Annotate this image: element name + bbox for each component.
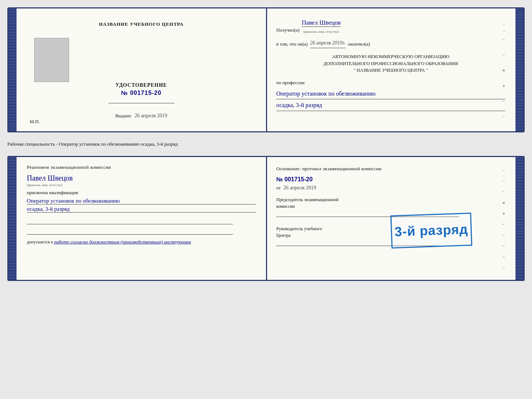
razryad-hw-top: осадка, 3-й разряд (276, 100, 505, 111)
number-prefix: № (121, 90, 128, 96)
udostoverenie-number: № 001715-20 (121, 90, 162, 96)
autonomous-line3: " НАЗВАНИЕ УЧЕБНОГО ЦЕНТРА " (276, 67, 505, 74)
top-left-title: НАЗВАНИЕ УЧЕБНОГО ЦЕНТРА (99, 21, 184, 27)
vtom-prefix: в том, что он(а) (276, 40, 308, 48)
resheniyem-text: Решением экзаменационной комиссии (27, 164, 256, 170)
top-right-content: Получил(а) Павел Швецов (фамилия, имя, о… (276, 17, 505, 111)
right-side-marks: – – – и а ← – (501, 8, 507, 131)
bottom-right-page: Основание: протокол экзаменационной коми… (266, 157, 515, 280)
prisvoena-text: присвоена квалификация (27, 190, 256, 196)
dopuskaetsya-block: допускается к работе согласно должностны… (27, 239, 256, 245)
stamp-text: 3-й разряд (394, 222, 468, 240)
top-document-card: НАЗВАНИЕ УЧЕБНОГО ЦЕНТРА УДОСТОВЕРЕНИЕ №… (7, 7, 525, 132)
po-professii-label: по профессии (276, 78, 505, 87)
vydano-label: Выдано (115, 113, 131, 118)
protocol-number: № 001715-20 (276, 176, 505, 183)
sign-line-2 (27, 227, 233, 235)
ot-prefix: от (276, 185, 281, 190)
okoncil-label: окончил(а) (348, 40, 370, 48)
udostoverenie-number-value: 001715-20 (130, 90, 162, 96)
photo-placeholder (34, 38, 69, 82)
person-name-top: Павел Швецов (302, 19, 341, 27)
spine-right (515, 8, 524, 131)
bottom-document-card: Решением экзаменационной комиссии Павел … (7, 156, 525, 281)
mp-label: М.П. (30, 119, 40, 125)
vydano-date: 26 апреля 2019 (134, 113, 167, 118)
page-container: НАЗВАНИЕ УЧЕБНОГО ЦЕНТРА УДОСТОВЕРЕНИЕ №… (7, 7, 525, 281)
sign-line-1 (27, 217, 233, 224)
fio-subtitle-top: (фамилия, имя, отчество) (302, 29, 341, 35)
bottom-left-page: Решением экзаменационной комиссии Павел … (17, 157, 266, 280)
vtom-line: в том, что он(а) 26 апреля 2019г. окончи… (276, 38, 505, 48)
udostoverenie-label: УДОСТОВЕРЕНИЕ (115, 82, 167, 88)
vtom-date: 26 апреля 2019г. (310, 38, 346, 48)
autonomous-line1: АВТОНОМНУЮ НЕКОММЕРЧЕСКУЮ ОРГАНИЗАЦИЮ (276, 53, 505, 60)
autonomous-line2: ДОПОЛНИТЕЛЬНОГО ПРОФЕССИОНАЛЬНОГО ОБРАЗО… (276, 60, 505, 67)
protocol-number-value: 001715-20 (284, 176, 313, 182)
spine-left-bottom (8, 157, 17, 280)
spine-left (8, 8, 17, 131)
spine-right-bottom (515, 157, 524, 280)
dopusk-hw: работе согласно должностным (производств… (54, 239, 191, 245)
top-left-page: НАЗВАНИЕ УЧЕБНОГО ЦЕНТРА УДОСТОВЕРЕНИЕ №… (17, 8, 266, 131)
kval-razryad-hw: осадка, 3-й разряд (27, 206, 256, 213)
protocol-number-prefix: № (276, 176, 283, 182)
kval-profession-hw: Оператор установок по обезвоживанию (27, 198, 256, 204)
person-name-bottom: Павел Швецов (27, 174, 256, 182)
predsedatel-line1: Председатель экзаменационной (276, 197, 505, 203)
profession-hw-top: Оператор установок по обезвоживанию (276, 89, 505, 100)
autonomous-block: АВТОНОМНУЮ НЕКОММЕРЧЕСКУЮ ОРГАНИЗАЦИЮ ДО… (276, 53, 505, 74)
separator-text: Рабочая специальность - Оператор установ… (7, 139, 525, 149)
predsedatel-line2: комиссии (276, 203, 505, 210)
ot-date-value: 26 апреля 2019 (283, 185, 316, 190)
dopuskaetsya-prefix: допускается к (27, 239, 53, 245)
fio-subtitle-bottom: (фамилия, имя, отчество) (27, 183, 256, 187)
osnovanie-title: Основание: протокол экзаменационной коми… (276, 166, 505, 172)
right-side-marks-bottom: – – – и а ← – – – – (501, 157, 507, 280)
stamp-overlay: 3-й разряд (390, 213, 472, 249)
top-right-page: Получил(а) Павел Швецов (фамилия, имя, о… (266, 8, 515, 131)
ot-date-line: от 26 апреля 2019 (276, 185, 505, 191)
sign-lines-bottom (27, 217, 256, 235)
poluchil-prefix: Получил(а) (276, 26, 299, 34)
poluchil-line: Получил(а) Павел Швецов (фамилия, имя, о… (276, 17, 505, 35)
vydano-line: Выдано 26 апреля 2019 (115, 113, 168, 119)
